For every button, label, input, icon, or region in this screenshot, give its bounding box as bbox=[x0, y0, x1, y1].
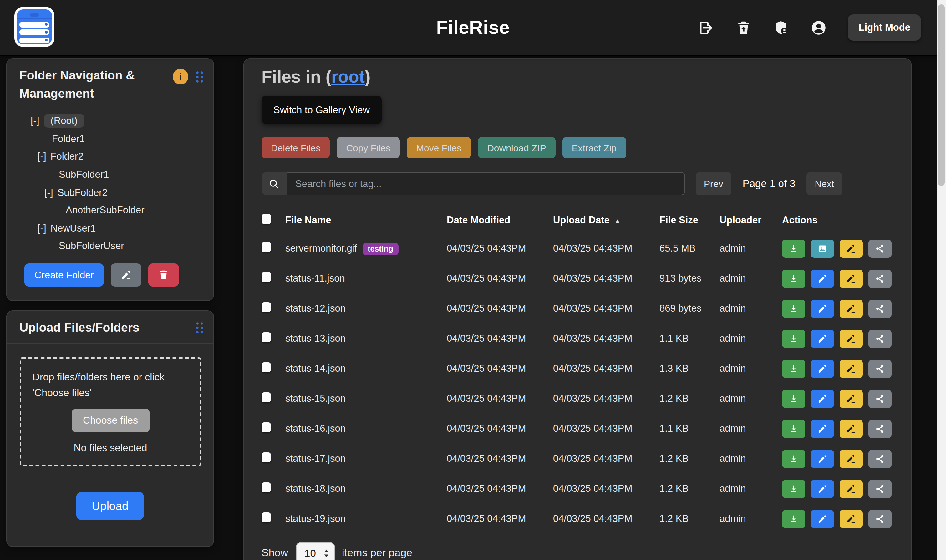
rename-button[interactable] bbox=[840, 360, 863, 378]
folder-tree-item[interactable]: [-](Root) bbox=[7, 112, 213, 130]
share-button[interactable] bbox=[868, 269, 892, 288]
column-header-file-name[interactable]: File Name bbox=[285, 215, 447, 226]
edit-button[interactable] bbox=[811, 449, 834, 468]
scrollbar-thumb[interactable] bbox=[938, 5, 945, 186]
folder-label[interactable]: SubFolder1 bbox=[59, 169, 109, 180]
folder-tree-item[interactable]: [-]SubFolder2 bbox=[7, 184, 213, 202]
column-header-file-size[interactable]: File Size bbox=[660, 215, 720, 226]
row-checkbox[interactable] bbox=[261, 392, 271, 402]
edit-button[interactable] bbox=[811, 510, 834, 528]
rename-button[interactable] bbox=[840, 299, 863, 317]
download-button[interactable] bbox=[782, 510, 805, 528]
tree-collapse-toggle[interactable]: [-] bbox=[45, 187, 53, 198]
drag-handle-icon[interactable] bbox=[195, 321, 205, 335]
download-button[interactable] bbox=[782, 239, 805, 257]
edit-button[interactable] bbox=[811, 299, 834, 317]
download-button[interactable] bbox=[782, 299, 805, 317]
row-checkbox[interactable] bbox=[261, 452, 271, 462]
logout-icon[interactable] bbox=[698, 19, 715, 36]
rename-button[interactable] bbox=[840, 480, 863, 498]
tree-collapse-toggle[interactable]: [-] bbox=[31, 115, 39, 127]
file-name[interactable]: status-14.json bbox=[285, 363, 346, 374]
info-icon[interactable]: i bbox=[173, 69, 188, 85]
file-name[interactable]: status-13.json bbox=[285, 333, 346, 343]
share-button[interactable] bbox=[868, 299, 892, 317]
extract-zip-button[interactable]: Extract Zip bbox=[563, 137, 626, 158]
move-files-button[interactable]: Move Files bbox=[407, 137, 471, 158]
row-checkbox[interactable] bbox=[261, 302, 271, 312]
folder-label[interactable]: NewUser1 bbox=[51, 223, 96, 234]
preview-button[interactable] bbox=[811, 239, 834, 257]
next-page-button[interactable]: Next bbox=[807, 172, 843, 195]
edit-button[interactable] bbox=[811, 420, 834, 438]
file-dropzone[interactable]: Drop files/folders here or click 'Choose… bbox=[20, 357, 201, 466]
folder-label[interactable]: SubFolder2 bbox=[58, 187, 108, 198]
drag-handle-icon[interactable] bbox=[195, 70, 205, 83]
rename-button[interactable] bbox=[840, 269, 863, 288]
download-zip-button[interactable]: Download ZIP bbox=[478, 137, 555, 158]
admin-shield-icon[interactable] bbox=[773, 19, 790, 36]
download-button[interactable] bbox=[782, 420, 805, 438]
upload-button[interactable]: Upload bbox=[76, 492, 144, 520]
edit-button[interactable] bbox=[811, 389, 834, 408]
file-name[interactable]: status-17.json bbox=[285, 453, 346, 464]
edit-button[interactable] bbox=[811, 360, 834, 378]
download-button[interactable] bbox=[782, 269, 805, 288]
file-name[interactable]: status-15.json bbox=[285, 393, 346, 403]
switch-gallery-view-button[interactable]: Switch to Gallery View bbox=[261, 96, 381, 124]
edit-button[interactable] bbox=[811, 480, 834, 498]
delete-files-button[interactable]: Delete Files bbox=[261, 137, 330, 158]
share-button[interactable] bbox=[868, 389, 892, 408]
create-folder-button[interactable]: Create Folder bbox=[25, 263, 104, 286]
share-button[interactable] bbox=[868, 360, 892, 378]
folder-tree-item[interactable]: SubFolderUser bbox=[7, 237, 213, 255]
share-button[interactable] bbox=[868, 480, 892, 498]
rename-button[interactable] bbox=[840, 510, 863, 528]
download-button[interactable] bbox=[782, 389, 805, 408]
download-button[interactable] bbox=[782, 360, 805, 378]
share-button[interactable] bbox=[868, 510, 892, 528]
file-name[interactable]: status-19.json bbox=[285, 513, 346, 524]
column-header-date-modified[interactable]: Date Modified bbox=[447, 215, 553, 226]
root-folder-link[interactable]: root bbox=[331, 67, 365, 86]
share-button[interactable] bbox=[868, 420, 892, 438]
column-header-upload-date[interactable]: Upload Date▲ bbox=[553, 215, 660, 226]
delete-folder-button[interactable] bbox=[148, 263, 179, 286]
row-checkbox[interactable] bbox=[261, 362, 271, 372]
folder-tree-item[interactable]: Folder1 bbox=[7, 130, 213, 148]
folder-label[interactable]: Folder1 bbox=[52, 133, 85, 145]
folder-label[interactable]: AnotherSubFolder bbox=[66, 205, 145, 216]
file-name[interactable]: status-12.json bbox=[285, 303, 346, 314]
folder-label[interactable]: (Root) bbox=[44, 114, 85, 128]
folder-label[interactable]: SubFolderUser bbox=[59, 241, 124, 252]
share-button[interactable] bbox=[868, 239, 892, 257]
share-button[interactable] bbox=[868, 329, 892, 348]
row-checkbox[interactable] bbox=[261, 242, 271, 252]
row-checkbox[interactable] bbox=[261, 332, 271, 342]
copy-files-button[interactable]: Copy Files bbox=[337, 137, 400, 158]
file-name[interactable]: status-18.json bbox=[285, 483, 346, 494]
download-button[interactable] bbox=[782, 480, 805, 498]
edit-button[interactable] bbox=[811, 329, 834, 348]
rename-folder-button[interactable] bbox=[111, 263, 142, 286]
prev-page-button[interactable]: Prev bbox=[696, 172, 731, 195]
share-button[interactable] bbox=[868, 449, 892, 468]
download-button[interactable] bbox=[782, 329, 805, 348]
row-checkbox[interactable] bbox=[261, 482, 271, 492]
row-checkbox[interactable] bbox=[261, 422, 271, 432]
tree-collapse-toggle[interactable]: [-] bbox=[37, 223, 46, 234]
rename-button[interactable] bbox=[840, 389, 863, 408]
rename-button[interactable] bbox=[840, 420, 863, 438]
folder-label[interactable]: Folder2 bbox=[51, 151, 83, 162]
scrollbar-track[interactable] bbox=[937, 0, 946, 560]
folder-tree-item[interactable]: AnotherSubFolder bbox=[7, 202, 213, 219]
file-name[interactable]: servermonitor.gif bbox=[285, 243, 357, 254]
select-all-checkbox[interactable] bbox=[261, 214, 271, 224]
edit-button[interactable] bbox=[811, 269, 834, 288]
row-checkbox[interactable] bbox=[261, 272, 271, 282]
rename-button[interactable] bbox=[840, 449, 863, 468]
file-name[interactable]: status-16.json bbox=[285, 423, 346, 434]
trash-restore-icon[interactable] bbox=[735, 19, 752, 36]
choose-files-button[interactable]: Choose files bbox=[72, 409, 149, 432]
folder-tree-item[interactable]: [-]Folder2 bbox=[7, 148, 213, 166]
